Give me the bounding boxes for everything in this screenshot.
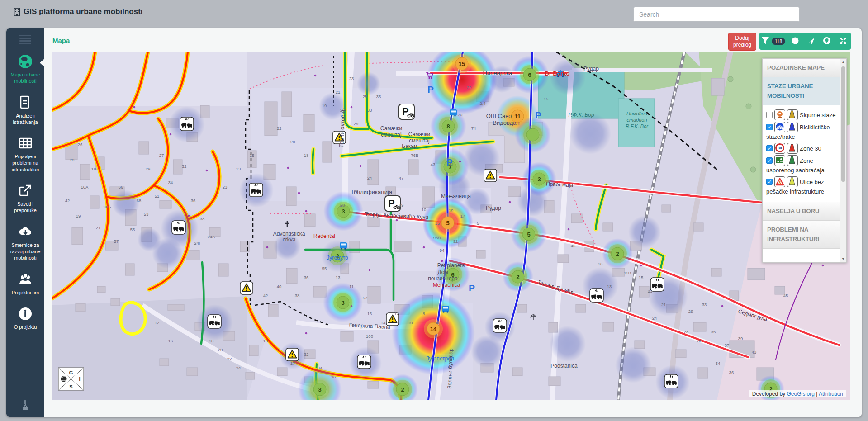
fullscreen-button[interactable] [835,33,851,50]
car-icon[interactable] [249,183,263,197]
sidebar-item-problemi[interactable]: Prijavljeni problemi na infrastrukturi [6,131,44,178]
layer-row: Ulice bez pešačke infrastrukture [766,176,836,196]
cluster-marker[interactable]: 6 [520,65,539,84]
car-icon[interactable] [357,355,371,369]
cluster-marker[interactable]: 8 [439,117,458,136]
warn-icon[interactable] [484,169,497,182]
geogis-link[interactable]: GeoGis.org [787,391,814,397]
warn-icon[interactable] [286,348,299,361]
panel-section-problemi-na-infrastrukturi[interactable]: PROBLEMI NA INFRASTRUKTURI [763,221,840,249]
svg-text:68: 68 [137,198,142,203]
cluster-marker[interactable]: 5 [438,213,457,232]
sidebar-item-smernice[interactable]: Smernice za razvoj urbane mobilnosti [6,219,44,267]
car-icon[interactable] [590,289,603,302]
sidebar-item-o-projektu[interactable]: O projektu [6,301,44,336]
pletter-icon[interactable]: P [535,110,541,120]
sidebar-item-label: Saveti i preporuke [8,201,43,214]
warn-icon[interactable] [240,282,253,294]
scroll-up-icon[interactable]: ▲ [841,59,845,66]
svg-text:I: I [79,376,80,382]
pletter-icon[interactable]: P [427,84,434,95]
layer-checkbox[interactable] [766,179,773,185]
map-canvas[interactable]: 156118733552622314322 PPPPPP 26201816А42… [52,52,850,400]
locate-button[interactable] [803,33,819,50]
svg-text:43: 43 [752,350,757,355]
panel-scrollbar[interactable]: ▲ ▼ [840,59,846,262]
layer-row: Sigurne staze [766,109,836,120]
layer-checkbox[interactable] [766,112,773,118]
panel-section-pozadinske-mape[interactable]: POZADINSKE MAPE [763,59,840,77]
svg-text:17: 17 [460,213,465,218]
layers-panel: POZADINSKE MAPE STAZE URBANE MOBILNOSTI … [762,58,847,263]
cluster-marker[interactable]: 15 [452,54,471,73]
sidebar-item-analize[interactable]: Analize i istraživanja [6,90,44,131]
scroll-down-icon[interactable]: ▼ [841,255,845,262]
pbike-icon[interactable]: P [385,196,400,211]
svg-text:18: 18 [91,166,96,171]
sidebar-item-saveti[interactable]: Saveti i preporuke [6,178,44,219]
map-label: Југоауто [327,255,348,261]
panel-section-naselja-u-boru[interactable]: NASELJA U BORU [763,202,840,221]
cluster-marker[interactable]: 2 [393,380,412,399]
car-icon[interactable] [172,221,185,234]
car-icon[interactable] [493,319,507,332]
cluster-marker[interactable]: 3 [310,380,329,399]
panel-section-staze-urbane-mobilnosti[interactable]: STAZE URBANE MOBILNOSTI [763,77,840,105]
svg-text:34: 34 [168,180,173,185]
cluster-marker[interactable]: 2 [608,244,627,263]
svg-text:47: 47 [399,175,404,180]
scroll-thumb[interactable] [841,66,845,182]
map-label: Dr Darko [545,70,570,77]
svg-text:29: 29 [467,85,472,90]
map-label: пензионера [428,275,458,282]
svg-text:21: 21 [96,225,101,230]
svg-text:24Г: 24Г [194,241,201,246]
car-icon[interactable] [650,278,664,291]
cluster-marker[interactable] [523,125,542,144]
map[interactable]: 156118733552622314322 PPPPPP 26201816А42… [52,52,850,400]
layer-row: 30Zone 30 [766,143,836,154]
svg-text:96/1: 96/1 [433,235,442,240]
sidebar-item-label: O projektu [8,324,43,330]
svg-text:13: 13 [607,284,612,289]
svg-text:42: 42 [263,293,268,298]
layer-checkbox[interactable] [766,124,773,130]
layer-checkbox[interactable] [766,157,773,164]
globe-tool-button[interactable] [819,33,835,50]
map-label: Помоћни [626,111,647,116]
car-icon[interactable] [208,315,221,328]
cluster-marker[interactable]: 14 [424,319,443,338]
cluster-marker[interactable]: 5 [519,225,538,244]
svg-text:45: 45 [783,293,788,298]
cluster-marker[interactable]: 3 [333,293,352,312]
pletter-icon[interactable]: P [469,283,475,293]
map-label: Самачки [380,125,402,132]
filter-button[interactable]: 118 [759,33,787,50]
search-input[interactable] [633,7,800,22]
car-icon[interactable] [664,374,678,388]
svg-text:32: 32 [304,352,309,357]
map-label: Топлификација [351,189,393,195]
layer-checkbox[interactable] [766,145,773,151]
svg-text:15: 15 [544,96,549,101]
svg-text:27: 27 [159,153,164,158]
car-icon[interactable] [180,117,194,131]
sidebar-item-mapa[interactable]: Mapa urbane mobilnosti [6,49,44,90]
svg-text:2: 2 [401,386,404,393]
svg-text:15: 15 [250,153,255,158]
cluster-marker[interactable]: 2 [508,267,527,286]
svg-text:19: 19 [76,213,81,218]
pbike-icon[interactable]: P [399,104,414,119]
app-title: GIS platforma urbane mobilnosti [14,7,143,16]
svg-text:P: P [427,84,434,95]
attribution-link[interactable]: Attribution [819,391,843,397]
safe-sign-icon [774,109,785,120]
sidebar-item-tim[interactable]: Projektni tim [6,267,44,301]
svg-text:S: S [69,384,72,389]
svg-text:51: 51 [155,194,160,199]
svg-text:46: 46 [571,243,576,248]
hamburger-menu-icon[interactable] [19,35,31,44]
circle-tool-button[interactable] [787,33,803,50]
add-proposal-button[interactable]: Dodajpredlog [728,33,756,51]
svg-text:57: 57 [114,239,119,244]
